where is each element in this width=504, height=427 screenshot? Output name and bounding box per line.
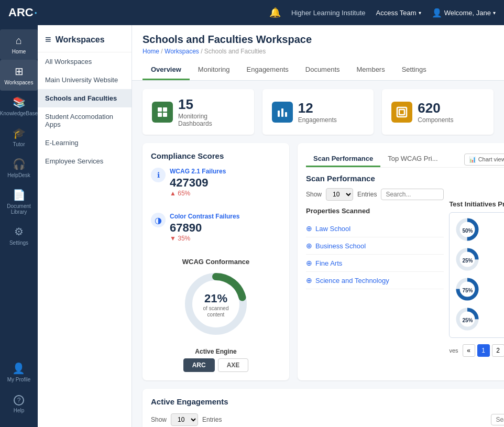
sidebar-item-my-profile[interactable]: 👤 My Profile <box>5 357 32 388</box>
sidebar-item-helpdesk[interactable]: 🎧 HelpDesk <box>0 152 38 183</box>
tab-overview[interactable]: Overview <box>143 60 190 80</box>
scan-tab-performance[interactable]: Scan Performance <box>306 151 380 167</box>
property-fine-arts[interactable]: ⊕ Fine Arts <box>306 255 444 272</box>
engine-label: Active Engine <box>151 348 281 355</box>
eng-search-input[interactable] <box>491 414 504 425</box>
initiative-row-50: 50% <box>455 217 504 244</box>
access-team-button[interactable]: Access Team ▾ <box>376 9 421 17</box>
breadcrumb: Home / Workspaces / Schools and Facultie… <box>143 48 494 55</box>
scan-controls: Show 10 Entries <box>306 188 444 201</box>
engine-section: Active Engine ARC AXE <box>151 348 281 372</box>
content-header: Schools and Faculties Workspace Home / W… <box>132 25 504 81</box>
wcag-failures-metric: WCAG 2.1 Failures 427309 ▲ 65% <box>170 168 226 197</box>
institute-name: Higher Learning Institute <box>291 9 366 17</box>
monitoring-label: MonitoringDashboards <box>178 113 212 127</box>
sidebar-label-home: Home <box>12 49 26 54</box>
workspace-nav-employee-services[interactable]: Employee Services <box>38 152 132 170</box>
top-nav-right: 🔔 Higher Learning Institute Access Team … <box>269 7 496 18</box>
show-label: Show <box>306 191 322 198</box>
compliance-title: Compliance Scores <box>151 151 281 160</box>
top-nav: ARC ● 🔔 Higher Learning Institute Access… <box>0 0 504 25</box>
workspace-panel-title: Workspaces <box>56 35 105 45</box>
pagination-page-2[interactable]: 2 <box>492 344 504 357</box>
wcag-failures-info: WCAG 2.1 Failures 427309 ▲ 65% <box>170 168 226 204</box>
active-engagements-section: Active Engagements Show 10 Entries Title <box>143 389 504 427</box>
svg-rect-2 <box>158 113 162 117</box>
home-icon: ⌂ <box>16 35 22 47</box>
color-contrast-info: Color Contrast Failures 67890 ▼ 35% <box>170 213 239 249</box>
wcag-conformance-section: WCAG Conformance 21% of scannedcontent <box>151 258 281 340</box>
notification-bell[interactable]: 🔔 <box>269 7 281 18</box>
welcome-chevron-icon: ▾ <box>493 10 496 16</box>
tab-engagements[interactable]: Engagements <box>238 60 297 80</box>
user-avatar-icon: 👤 <box>432 8 442 18</box>
color-contrast-icon: ◑ <box>151 213 166 227</box>
initiatives-box: 50% 25% <box>449 212 504 338</box>
tab-settings[interactable]: Settings <box>393 60 435 80</box>
workspace-nav-schools-faculties[interactable]: Schools and Faculties <box>38 89 132 107</box>
color-contrast-metric: Color Contrast Failures 67890 ▼ 35% <box>170 213 239 242</box>
workspace-nav-student-accommodation[interactable]: Student Accomodation Apps <box>38 107 132 134</box>
sidebar-item-document-library[interactable]: 📄 Document Library <box>0 183 38 220</box>
svg-rect-7 <box>397 107 407 117</box>
knowledgebase-icon: 📚 <box>13 96 26 108</box>
scan-search-input[interactable] <box>381 189 444 200</box>
breadcrumb-workspaces[interactable]: Workspaces <box>165 48 199 55</box>
entries-select[interactable]: 10 <box>326 188 353 201</box>
initiatives-title: Test Initiatives Progress <box>449 200 504 208</box>
initiative-donut-25a: 25% <box>455 247 480 273</box>
initiative-donut-25b: 25% <box>455 306 480 333</box>
sidebar-item-workspaces[interactable]: ⊞ Workspaces <box>0 60 38 91</box>
sidebar-item-knowledgebase[interactable]: 📚 KnowledgeBase <box>0 91 38 122</box>
property-science-tech[interactable]: ⊕ Science and Technology <box>306 272 444 289</box>
engagements-icon <box>272 102 293 123</box>
scan-performance-tabs: Scan Performance Top WCAG Pri... 📊 Chart… <box>306 151 504 168</box>
wcag-conformance-donut: 21% of scannedcontent <box>182 270 250 340</box>
pagination-page-1[interactable]: 1 <box>477 344 490 357</box>
wcag-percent: 21% <box>203 292 229 305</box>
pagination-prev[interactable]: « <box>463 344 475 357</box>
eng-entries-select[interactable]: 10 <box>171 413 198 426</box>
engine-arc-button[interactable]: ARC <box>183 358 215 372</box>
initiative-row-25b: 25% <box>455 306 504 333</box>
stat-components-info: 620 Components <box>418 100 453 124</box>
workspace-header-icon: ≡ <box>45 34 51 46</box>
main-layout: ⌂ Home ⊞ Workspaces 📚 KnowledgeBase 🎓 Tu… <box>0 25 504 427</box>
settings-icon: ⚙ <box>14 225 24 238</box>
workspace-nav-main-university[interactable]: Main University Website <box>38 71 132 89</box>
sidebar-label-tutor: Tutor <box>13 141 25 147</box>
content-tabs: Overview Monitoring Engagements Document… <box>143 60 494 80</box>
content-area: Schools and Faculties Workspace Home / W… <box>132 25 504 427</box>
sidebar-item-tutor[interactable]: 🎓 Tutor <box>0 122 38 152</box>
stat-monitoring: 15 MonitoringDashboards <box>143 89 254 135</box>
helpdesk-icon: 🎧 <box>13 158 26 170</box>
globe-icon-arts: ⊕ <box>306 259 312 267</box>
tab-members[interactable]: Members <box>348 60 393 80</box>
tab-documents[interactable]: Documents <box>297 60 348 80</box>
scan-performance-card: 50% 25% <box>298 143 504 380</box>
breadcrumb-home[interactable]: Home <box>143 48 159 55</box>
sidebar-label-document-library: Document Library <box>2 203 36 215</box>
chart-view-button[interactable]: 📊 Chart view <box>464 154 504 166</box>
eng-show-label: Show <box>151 416 167 423</box>
property-business-school[interactable]: ⊕ Business School <box>306 237 444 255</box>
property-law-school[interactable]: ⊕ Law School <box>306 220 444 237</box>
workspace-nav-e-learning[interactable]: E-Learning <box>38 134 132 152</box>
sidebar-item-home[interactable]: ⌂ Home <box>0 29 38 60</box>
engine-buttons: ARC AXE <box>151 358 281 372</box>
breadcrumb-sep2: / <box>201 48 204 55</box>
welcome-button[interactable]: 👤 Welcome, Jane ▾ <box>432 8 496 18</box>
scan-tab-wcag[interactable]: Top WCAG Pri... <box>380 151 445 167</box>
workspace-nav-all[interactable]: All Workspaces <box>38 52 132 71</box>
sidebar-item-settings[interactable]: ⚙ Settings <box>0 220 38 251</box>
color-contrast-label: Color Contrast Failures <box>170 213 239 220</box>
engine-axe-button[interactable]: AXE <box>218 358 249 372</box>
eng-entries-label: Entries <box>202 416 222 423</box>
wcag-failures-icon: ℹ <box>151 168 166 182</box>
components-count: 620 <box>418 100 453 116</box>
sidebar-item-help[interactable]: ? Help <box>5 390 32 419</box>
sidebar-label-workspaces: Workspaces <box>5 80 34 85</box>
stats-row: 15 MonitoringDashboards 12 Engagements <box>132 81 504 143</box>
initiative-donut-50: 50% <box>455 217 480 244</box>
tab-monitoring[interactable]: Monitoring <box>190 60 238 80</box>
